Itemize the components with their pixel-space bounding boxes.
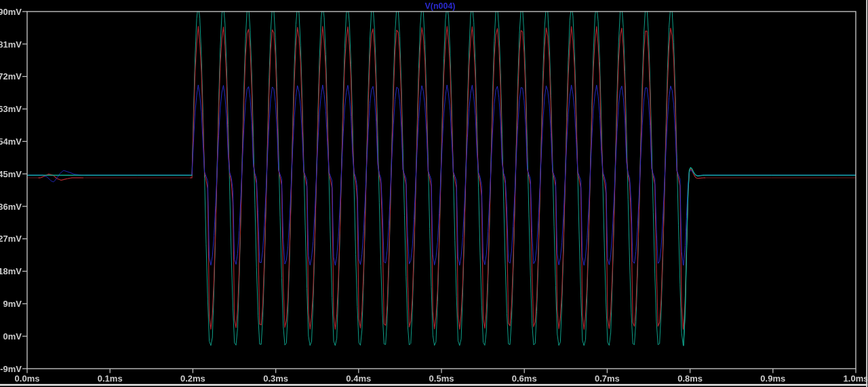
svg-text:90mV: 90mV (0, 7, 22, 17)
svg-text:0.6ms: 0.6ms (512, 373, 537, 384)
svg-text:0.7ms: 0.7ms (595, 373, 620, 384)
svg-text:0.8ms: 0.8ms (677, 373, 703, 384)
svg-text:0.3ms: 0.3ms (263, 373, 288, 384)
svg-text:0mV: 0mV (3, 331, 22, 342)
svg-text:0.4ms: 0.4ms (346, 373, 371, 384)
svg-text:V(n004): V(n004) (425, 1, 456, 11)
svg-text:0.5ms: 0.5ms (429, 373, 454, 384)
svg-text:0.1ms: 0.1ms (98, 373, 123, 384)
svg-text:63mV: 63mV (0, 104, 22, 114)
svg-text:0.2ms: 0.2ms (180, 373, 205, 384)
svg-text:9mV: 9mV (3, 299, 22, 309)
svg-text:54mV: 54mV (0, 136, 22, 147)
svg-text:36mV: 36mV (0, 202, 22, 212)
svg-text:0.9ms: 0.9ms (760, 373, 785, 384)
svg-text:72mV: 72mV (0, 71, 22, 81)
svg-text:81mV: 81mV (0, 39, 22, 50)
svg-text:45mV: 45mV (0, 169, 22, 179)
svg-text:1.0ms: 1.0ms (844, 373, 868, 384)
svg-text:18mV: 18mV (0, 266, 22, 276)
svg-text:27mV: 27mV (0, 234, 22, 244)
svg-text:-9mV: -9mV (0, 364, 22, 374)
svg-text:0.0ms: 0.0ms (15, 373, 40, 384)
